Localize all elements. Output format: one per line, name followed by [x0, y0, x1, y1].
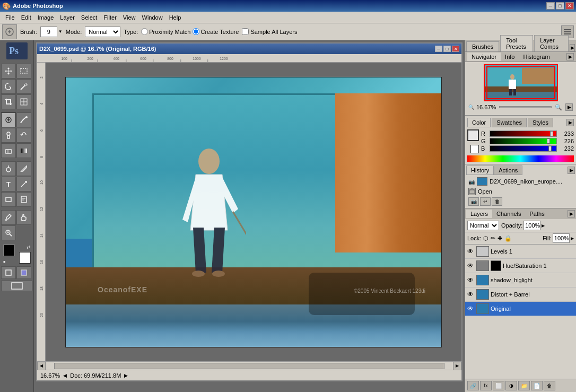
quick-mask-mode[interactable]	[16, 266, 31, 279]
history-tab[interactable]: History	[466, 165, 494, 175]
color-panel-collapse[interactable]: ▶	[566, 119, 574, 126]
canvas-close-btn[interactable]: ✕	[452, 46, 459, 52]
info-tab[interactable]: Info	[501, 53, 519, 61]
lasso-tool[interactable]	[1, 79, 16, 94]
layer-visibility-levels[interactable]: 👁	[467, 248, 475, 255]
maximize-button[interactable]: □	[556, 2, 564, 10]
r-slider[interactable]	[490, 130, 557, 137]
zoom-slider[interactable]	[499, 106, 552, 108]
lock-paint-icon[interactable]: ✏	[491, 235, 495, 242]
scroll-left-arrow[interactable]: ◀	[37, 362, 46, 370]
hand-tool[interactable]	[16, 210, 31, 225]
menu-help[interactable]: Help	[166, 13, 185, 22]
selection-tool[interactable]	[16, 64, 31, 79]
tool-presets-tab[interactable]: Tool Presets	[500, 35, 533, 51]
actions-tab[interactable]: Actions	[494, 165, 522, 175]
menu-filter[interactable]: Filter	[100, 13, 119, 22]
layer-adjust-btn[interactable]: ◑	[505, 381, 517, 390]
bg-color-main[interactable]	[470, 145, 479, 153]
menu-select[interactable]: Select	[78, 13, 101, 22]
sample-all-layers-checkbox[interactable]: Sample All Layers	[242, 28, 297, 35]
nav-zoom-options[interactable]: ▶	[565, 103, 573, 111]
pen-tool[interactable]	[16, 161, 31, 176]
layer-item-original[interactable]: 👁 Original	[465, 302, 576, 316]
history-trash-btn[interactable]: 🗑	[492, 197, 502, 206]
history-collapse[interactable]: ▶	[568, 167, 575, 174]
b-slider[interactable]	[490, 145, 557, 152]
color-reset-icon[interactable]: ■	[3, 260, 5, 264]
histogram-tab[interactable]: Histogram	[519, 53, 554, 61]
history-brush-tool[interactable]	[16, 128, 31, 143]
scroll-right-arrow[interactable]: ▶	[453, 362, 461, 370]
scrollbar-thumb[interactable]	[54, 363, 444, 369]
styles-tab[interactable]: Styles	[528, 118, 553, 127]
create-texture-radio[interactable]	[193, 28, 199, 35]
opacity-dropdown-arrow[interactable]: ▶	[542, 223, 545, 228]
close-button[interactable]: ✕	[565, 2, 574, 10]
zoom-out-icon[interactable]: 🔍	[468, 104, 474, 110]
channels-tab[interactable]: Channels	[492, 210, 525, 218]
status-left-arrow[interactable]: ◀	[63, 373, 67, 378]
minimize-button[interactable]: ─	[546, 2, 555, 10]
standard-mode[interactable]	[1, 266, 16, 279]
canvas-minimize-btn[interactable]: ─	[435, 46, 442, 52]
layer-item-levels[interactable]: 👁 Levels 1	[465, 245, 576, 259]
fill-input[interactable]	[553, 233, 570, 243]
history-camera-btn[interactable]: 📷	[468, 197, 479, 206]
layer-visibility-shadow[interactable]: 👁	[467, 276, 475, 284]
proximity-match-option[interactable]: Proximity Match	[141, 28, 190, 35]
layer-link-btn[interactable]: 🔗	[467, 381, 479, 390]
background-color-swatch[interactable]	[19, 252, 31, 264]
move-tool[interactable]	[1, 64, 16, 79]
navigator-collapse-btn[interactable]: ▶	[566, 53, 574, 60]
menu-window[interactable]: Window	[139, 13, 166, 22]
fg-color-main[interactable]	[467, 129, 479, 141]
proximity-match-radio[interactable]	[141, 28, 148, 35]
blend-mode-select[interactable]: Normal Multiply Screen	[467, 221, 499, 230]
shape-tool[interactable]	[1, 192, 16, 207]
menu-edit[interactable]: Edit	[18, 13, 34, 22]
gradient-tool[interactable]	[16, 143, 31, 158]
g-slider[interactable]	[490, 138, 557, 144]
stamp-tool[interactable]	[1, 128, 16, 143]
slice-tool[interactable]	[16, 94, 31, 109]
canvas-horizontal-scrollbar[interactable]: ◀ ▶	[37, 361, 461, 370]
zoom-tool[interactable]	[1, 225, 16, 240]
menu-image[interactable]: Image	[34, 13, 57, 22]
layer-item-hue[interactable]: 👁 Hue/Saturation 1	[465, 259, 576, 273]
lock-all-icon[interactable]: 🔒	[504, 235, 512, 242]
menu-file[interactable]: File	[2, 13, 18, 22]
layers-collapse[interactable]: ▶	[568, 210, 575, 217]
brush-tool[interactable]	[16, 112, 31, 127]
sample-all-checkbox[interactable]	[242, 28, 249, 35]
zoom-in-icon[interactable]: 🔍	[555, 104, 562, 111]
menu-layer[interactable]: Layer	[57, 13, 78, 22]
layer-fx-btn[interactable]: fx	[480, 381, 492, 390]
top-tabs-collapse-btn[interactable]: ▶	[570, 44, 575, 51]
heal-tool[interactable]	[1, 112, 16, 127]
magic-wand-tool[interactable]	[16, 79, 31, 94]
brushes-tab[interactable]: Brushes	[466, 41, 499, 51]
layers-tab[interactable]: Layers	[466, 210, 492, 218]
layer-item-distort[interactable]: 👁 Distort + Barrel	[465, 288, 576, 302]
color-swap-icon[interactable]: ⇄	[27, 245, 31, 250]
path-select-tool[interactable]	[16, 177, 31, 191]
canvas-scroll-area[interactable]: OceanofEXE ©2005 Vincent Bockaert 123di	[46, 63, 461, 361]
eraser-tool[interactable]	[1, 143, 16, 158]
layer-visibility-original[interactable]: 👁	[467, 305, 475, 312]
canvas-maximize-btn[interactable]: □	[443, 46, 451, 52]
lock-move-icon[interactable]: ✚	[498, 235, 502, 242]
layer-mask-btn[interactable]: ⬜	[493, 381, 504, 390]
history-item-open[interactable]: Open	[466, 187, 575, 196]
mode-select[interactable]: Normal Replace Multiply	[85, 27, 120, 37]
layer-visibility-distort[interactable]: 👁	[467, 291, 475, 298]
menu-view[interactable]: View	[120, 13, 139, 22]
color-tab[interactable]: Color	[467, 118, 491, 127]
crop-tool[interactable]	[1, 94, 16, 109]
layer-group-btn[interactable]: 📁	[518, 381, 530, 390]
status-right-arrow[interactable]: ▶	[124, 373, 128, 378]
brush-dropdown-arrow[interactable]: ▼	[58, 29, 63, 34]
paths-tab[interactable]: Paths	[526, 210, 549, 218]
layer-delete-btn[interactable]: 🗑	[544, 381, 555, 390]
layer-new-btn[interactable]: 📄	[531, 381, 543, 390]
